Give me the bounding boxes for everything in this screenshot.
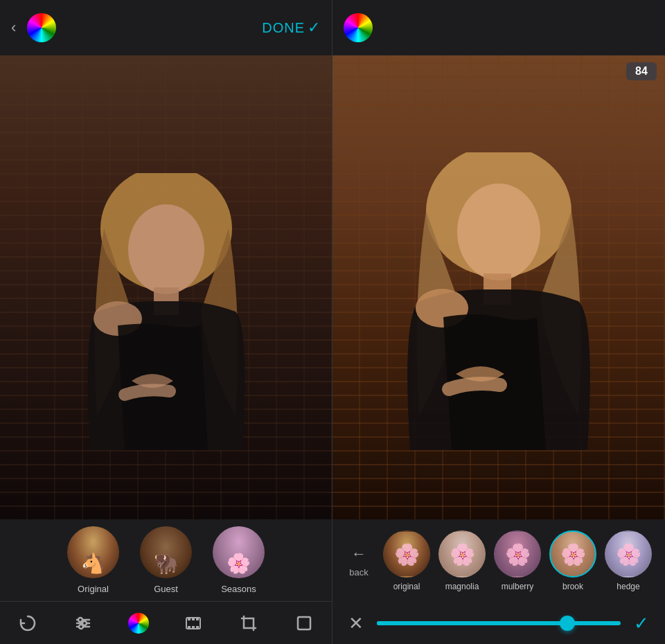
filter-thumb-seasons: 🌸 bbox=[213, 526, 265, 578]
filter-thumb-original: 🐴 bbox=[67, 526, 119, 578]
left-bottom-strip: 🐴 Original 🦬 Guest 🌸 Seasons bbox=[0, 519, 332, 644]
intensity-slider[interactable] bbox=[377, 621, 621, 625]
done-label: DONE bbox=[262, 20, 305, 36]
mulberry-thumb-icon: 🌸 bbox=[505, 542, 531, 566]
right-filter-label-magnolia: magnolia bbox=[445, 582, 479, 591]
left-panel: ‹ DONE ✓ bbox=[0, 0, 332, 644]
original-thumb-icon: 🌸 bbox=[394, 542, 420, 566]
bottom-toolbar bbox=[0, 601, 332, 644]
confirm-button[interactable]: ✓ bbox=[629, 613, 654, 634]
svg-point-7 bbox=[78, 618, 82, 622]
brook-thumb-icon: 🌸 bbox=[560, 542, 586, 566]
right-filter-label-original: original bbox=[393, 582, 420, 591]
right-thumb-original: 🌸 bbox=[383, 530, 430, 578]
right-filter-original[interactable]: 🌸 original bbox=[383, 530, 430, 591]
right-header bbox=[332, 0, 665, 55]
slider-track bbox=[377, 621, 621, 625]
right-filter-magnolia[interactable]: 🌸 magnolia bbox=[438, 530, 486, 591]
flower-icon: 🌸 bbox=[227, 552, 251, 575]
svg-rect-16 bbox=[197, 627, 198, 629]
left-header-left: ‹ bbox=[11, 13, 56, 42]
cancel-button[interactable]: ✕ bbox=[344, 613, 369, 634]
right-bottom-controls: ← back 🌸 original 🌸 magnolia bbox=[332, 519, 665, 644]
person-figure-right bbox=[381, 152, 617, 519]
filter-label-original: Original bbox=[78, 584, 109, 594]
slider-thumb[interactable] bbox=[560, 616, 575, 631]
svg-rect-15 bbox=[193, 627, 194, 629]
color-wheel-button[interactable] bbox=[123, 608, 154, 638]
svg-rect-13 bbox=[197, 618, 198, 620]
left-header: ‹ DONE ✓ bbox=[0, 0, 332, 55]
right-filter-hedge[interactable]: 🌸 hedge bbox=[605, 530, 652, 591]
back-chevron-icon[interactable]: ‹ bbox=[11, 19, 16, 37]
right-thumb-mulberry: 🌸 bbox=[494, 530, 541, 578]
right-filter-label-hedge: hedge bbox=[617, 582, 639, 591]
magnolia-thumb-icon: 🌸 bbox=[450, 542, 475, 566]
right-filter-brook[interactable]: 🌸 brook bbox=[549, 530, 596, 591]
bison-icon: 🦬 bbox=[154, 552, 178, 575]
filter-label-guest: Guest bbox=[154, 584, 178, 594]
sliders-button[interactable] bbox=[68, 608, 98, 638]
color-wheel-logo[interactable] bbox=[27, 13, 56, 42]
intensity-badge: 84 bbox=[626, 62, 657, 80]
right-filter-row: ← back 🌸 original 🌸 magnolia bbox=[332, 519, 665, 602]
film-strip-button[interactable] bbox=[178, 608, 209, 638]
filter-item-original[interactable]: 🐴 Original bbox=[67, 526, 119, 594]
right-color-wheel-logo[interactable] bbox=[344, 13, 373, 42]
right-thumb-brook: 🌸 bbox=[549, 530, 596, 578]
filter-item-guest[interactable]: 🦬 Guest bbox=[140, 526, 192, 594]
filter-thumbnails: 🐴 Original 🦬 Guest 🌸 Seasons bbox=[0, 519, 332, 601]
filter-item-seasons[interactable]: 🌸 Seasons bbox=[213, 526, 265, 594]
right-filter-label-brook: brook bbox=[562, 582, 583, 591]
done-button[interactable]: DONE ✓ bbox=[262, 19, 321, 37]
slider-row: ✕ ✓ bbox=[332, 602, 665, 644]
right-filter-label-mulberry: mulberry bbox=[502, 582, 534, 591]
right-image-area: 84 bbox=[332, 55, 665, 519]
right-thumb-hedge: 🌸 bbox=[605, 530, 652, 578]
intensity-value: 84 bbox=[635, 65, 648, 77]
crop-button[interactable] bbox=[233, 608, 264, 638]
filter-thumb-guest: 🦬 bbox=[140, 526, 192, 578]
rotate-button[interactable] bbox=[12, 608, 43, 638]
svg-rect-11 bbox=[188, 618, 190, 620]
back-button[interactable]: ← back bbox=[338, 545, 380, 578]
right-panel: 84 ← back 🌸 original bbox=[332, 0, 665, 644]
filter-label-seasons: Seasons bbox=[221, 584, 256, 594]
back-label: back bbox=[349, 567, 368, 578]
horse-icon: 🐴 bbox=[81, 552, 105, 575]
right-filter-mulberry[interactable]: 🌸 mulberry bbox=[494, 530, 541, 591]
svg-rect-12 bbox=[193, 618, 194, 620]
svg-point-9 bbox=[79, 625, 83, 629]
person-figure-left bbox=[62, 173, 270, 519]
svg-point-1 bbox=[128, 204, 204, 294]
svg-rect-17 bbox=[298, 617, 310, 629]
right-thumb-magnolia: 🌸 bbox=[438, 530, 486, 578]
slider-fill bbox=[377, 621, 567, 625]
back-arrow-icon: ← bbox=[351, 545, 366, 563]
right-filter-items-container: 🌸 original 🌸 magnolia 🌸 mulberry bbox=[380, 530, 659, 591]
svg-point-19 bbox=[457, 184, 540, 280]
left-image-area bbox=[0, 55, 332, 519]
hedge-thumb-icon: 🌸 bbox=[616, 542, 641, 566]
svg-rect-14 bbox=[188, 627, 190, 629]
square-button[interactable] bbox=[289, 608, 319, 638]
done-checkmark-icon: ✓ bbox=[308, 19, 321, 37]
